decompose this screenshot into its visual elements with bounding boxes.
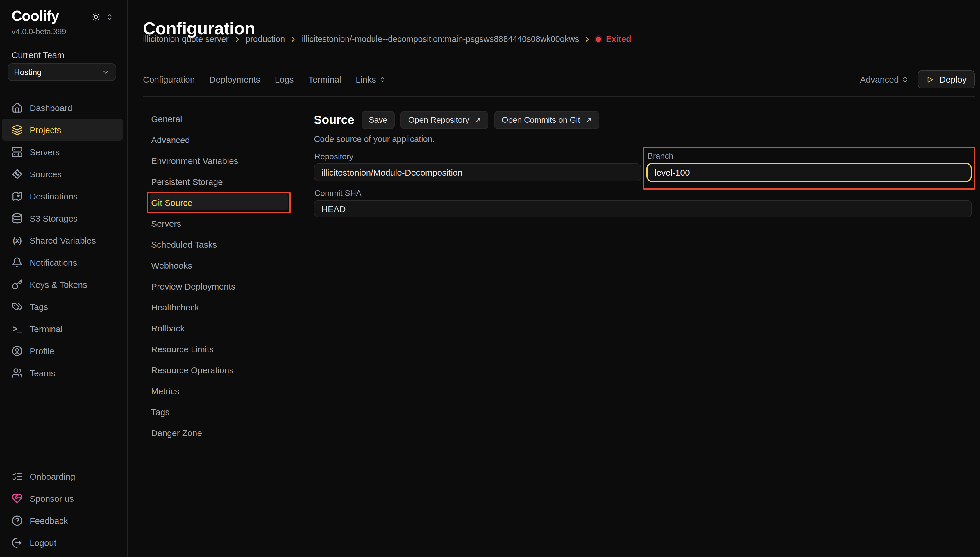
subnav-item-webhooks[interactable]: Webhooks — [142, 255, 291, 275]
sidebar-item-label: Sources — [30, 169, 62, 179]
tab-links[interactable]: Links — [356, 75, 386, 84]
subnav-item-preview-deployments[interactable]: Preview Deployments — [142, 275, 291, 296]
advanced-menu[interactable]: Advanced — [860, 75, 908, 84]
source-section-title: Source — [314, 113, 354, 127]
sidebar-item-notifications[interactable]: Notifications — [2, 251, 123, 273]
sidebar-item-label: Teams — [30, 368, 55, 378]
status-badge: Exited — [606, 34, 631, 44]
sidebar-item-label: Keys & Tokens — [30, 279, 87, 289]
sidebar-item-label: Destinations — [30, 191, 78, 201]
app-logo[interactable]: Coolify — [11, 8, 59, 24]
tab-logs[interactable]: Logs — [275, 75, 294, 84]
sidebar-item-shared-variables[interactable]: (x) Shared Variables — [2, 229, 123, 251]
subnav-item-healthcheck[interactable]: Healthcheck — [142, 296, 291, 318]
subnav-item-resource-operations[interactable]: Resource Operations — [142, 359, 291, 380]
subnav-item-danger-zone[interactable]: Danger Zone — [142, 422, 291, 443]
sidebar-item-tags[interactable]: Tags — [2, 295, 123, 318]
layers-icon — [11, 124, 23, 135]
commit-sha-input[interactable] — [314, 200, 972, 217]
key-icon — [11, 279, 23, 290]
list-checks-icon — [11, 471, 23, 482]
subnav-item-servers[interactable]: Servers — [142, 213, 291, 234]
users-icon — [11, 367, 23, 378]
sidebar-item-onboarding[interactable]: Onboarding — [2, 465, 123, 487]
subnav-item-git-source[interactable]: Git Source — [150, 194, 288, 210]
arrow-up-right-icon: ↗ — [475, 116, 481, 124]
sidebar-item-label: Sponsor us — [30, 493, 74, 503]
sidebar-item-label: S3 Storages — [30, 213, 78, 223]
sidebar-item-destinations[interactable]: Destinations — [2, 185, 123, 207]
sidebar-top-icons — [91, 12, 113, 21]
deploy-button[interactable]: Deploy — [918, 70, 975, 88]
sidebar-item-label: Notifications — [30, 257, 77, 267]
subnav-item-environment-variables[interactable]: Environment Variables — [142, 150, 291, 171]
logout-icon — [11, 537, 23, 548]
repository-label: Repository — [314, 152, 353, 161]
subnav-item-persistent-storage[interactable]: Persistent Storage — [142, 171, 291, 192]
chevron-right-icon — [233, 35, 241, 43]
map-icon — [11, 191, 23, 202]
sidebar-item-projects[interactable]: Projects — [2, 119, 123, 141]
subnav-item-general[interactable]: General — [142, 108, 291, 129]
subnav-item-tags[interactable]: Tags — [142, 401, 291, 422]
repository-input[interactable] — [314, 163, 641, 181]
subnav-item-advanced[interactable]: Advanced — [142, 129, 291, 150]
home-icon — [11, 102, 23, 113]
sidebar-footer-nav: Onboarding Sponsor us Feedback Logout — [0, 465, 127, 554]
source-description: Code source of your application. — [314, 134, 435, 143]
sidebar-item-label: Projects — [30, 125, 61, 135]
sidebar-item-feedback[interactable]: Feedback — [2, 509, 123, 531]
subnav-item-rollback[interactable]: Rollback — [142, 318, 291, 339]
user-circle-icon — [11, 345, 23, 356]
play-icon — [926, 75, 934, 83]
branch-label: Branch — [647, 151, 673, 160]
sidebar-item-label: Logout — [30, 537, 56, 547]
sidebar: Coolify v4.0.0-beta.399 Current Team Hos… — [0, 0, 128, 557]
team-select[interactable]: Hosting — [8, 64, 116, 81]
sidebar-item-profile[interactable]: Profile — [2, 340, 123, 362]
sidebar-item-label: Terminal — [30, 324, 62, 334]
bell-icon — [11, 257, 23, 268]
sidebar-item-sponsor-us[interactable]: Sponsor us — [2, 487, 123, 509]
sidebar-item-logout[interactable]: Logout — [2, 531, 123, 554]
branch-input-value: level-100 — [655, 167, 690, 177]
git-source-icon — [11, 168, 23, 179]
branch-input[interactable]: level-100 — [646, 163, 972, 182]
subnav-item-scheduled-tasks[interactable]: Scheduled Tasks — [142, 234, 291, 255]
theme-sun-icon[interactable] — [91, 12, 101, 21]
sidebar-item-servers[interactable]: Servers — [2, 141, 123, 163]
sidebar-item-sources[interactable]: Sources — [2, 163, 123, 185]
chevrons-up-down-icon — [379, 76, 386, 83]
tab-terminal[interactable]: Terminal — [308, 75, 341, 84]
chevron-right-icon — [289, 35, 297, 43]
sidebar-item-s3-storages[interactable]: S3 Storages — [2, 207, 123, 229]
tab-deployments[interactable]: Deployments — [209, 75, 260, 84]
breadcrumb-application[interactable]: illicitestonion/-module--decomposition:m… — [302, 34, 579, 44]
open-repository-button[interactable]: Open Repository ↗ — [401, 111, 489, 129]
chevrons-up-down-icon[interactable] — [106, 13, 113, 21]
sidebar-item-label: Feedback — [30, 515, 68, 525]
subnav-item-resource-limits[interactable]: Resource Limits — [142, 339, 291, 359]
breadcrumb-project[interactable]: illicitonion quote server — [143, 34, 229, 44]
header-actions: Advanced Deploy — [860, 70, 975, 88]
sidebar-item-teams[interactable]: Teams — [2, 362, 123, 384]
terminal-icon: >_ — [11, 324, 23, 333]
tab-divider — [143, 96, 975, 96]
sidebar-item-label: Profile — [30, 346, 54, 355]
tab-bar: Configuration Deployments Logs Terminal … — [143, 75, 386, 84]
sidebar-item-label: Tags — [30, 301, 48, 311]
subnav-item-metrics[interactable]: Metrics — [142, 380, 291, 401]
save-button[interactable]: Save — [361, 111, 395, 129]
heart-handshake-icon — [11, 493, 23, 504]
text-caret — [691, 167, 691, 177]
tags-icon — [11, 301, 23, 312]
open-commits-button[interactable]: Open Commits on Git ↗ — [494, 111, 599, 129]
sidebar-item-dashboard[interactable]: Dashboard — [2, 96, 123, 119]
variable-icon: (x) — [11, 236, 23, 244]
status-dot-icon — [596, 36, 601, 42]
breadcrumb-environment[interactable]: production — [245, 34, 285, 44]
sidebar-item-keys-tokens[interactable]: Keys & Tokens — [2, 273, 123, 295]
tab-configuration[interactable]: Configuration — [143, 75, 195, 84]
commit-sha-label: Commit SHA — [314, 188, 362, 198]
sidebar-item-terminal[interactable]: >_ Terminal — [2, 318, 123, 340]
